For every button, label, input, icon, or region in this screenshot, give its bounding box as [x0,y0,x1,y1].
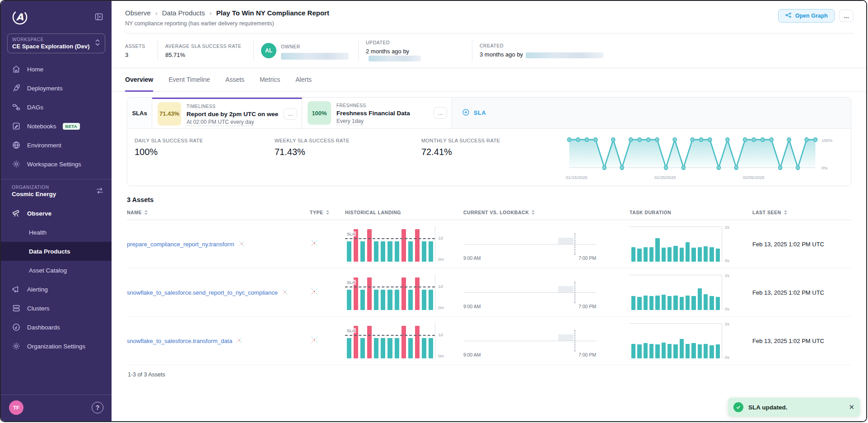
tab-alerts[interactable]: Alerts [295,68,312,92]
home-icon [12,65,21,74]
sidebar-item-clusters[interactable]: Clusters [1,299,112,318]
stat-updated: UPDATED 2 months ago by [358,40,472,61]
sidebar-item-label: Asset Catalog [29,267,67,274]
current-vs-lookback-chart: 9:00 AM 7:00 PM [463,323,599,358]
toast-message: SLA updated. [748,404,844,411]
asset-name-cell: snowflake_to_salesforce.transform_data [127,337,310,345]
airflow-icon [238,240,245,249]
sidebar-item-home[interactable]: Home [1,60,112,79]
sidebar-item-notebooks[interactable]: Notebooks BETA [1,117,112,136]
tab-overview[interactable]: Overview [125,68,153,92]
airflow-icon [310,287,319,296]
sidebar-item-dags[interactable]: DAGs [1,98,112,117]
tab-event-timeline[interactable]: Event Timeline [168,68,210,92]
column-header-historical-landing: HISTORICAL LANDING [345,210,463,215]
airflow-icon [281,288,289,296]
add-sla-button[interactable]: SLA [462,108,486,118]
asset-link[interactable]: snowflake_to_salesforce.send_report_to_n… [127,289,278,296]
success-check-icon [733,402,743,412]
telescope-icon [12,209,21,218]
breadcrumb-observe[interactable]: Observe [125,9,151,17]
organization-name: Cosmic Energy [12,191,56,197]
sidebar-item-workspace-settings[interactable]: Workspace Settings [1,155,112,174]
sidebar-item-dashboards[interactable]: Dashboards [1,318,112,337]
sla-schedule: Every 1day [336,118,364,125]
breadcrumb-data-products[interactable]: Data Products [162,9,205,17]
chevron-right-icon: › [210,9,212,17]
assets-table-header: NAME TYPE HISTORICAL LANDING CURRENT VS.… [127,210,851,220]
lookback-window-block [558,334,574,341]
sla-schedule: At 02:00 PM UTC every day [187,119,254,126]
column-header-name[interactable]: NAME [127,210,310,215]
sla-panel: SLAs 71.43% TIMELINESS Report due by 2pm… [127,97,851,186]
more-options-button[interactable]: ... [839,9,854,22]
organization-label: ORGANIZATION [12,185,56,190]
column-header-type[interactable]: TYPE [310,210,345,215]
close-icon[interactable]: ✕ [849,403,854,411]
sla-card-timeliness[interactable]: 71.43% TIMELINESS Report due by 2pm UTC … [152,98,302,128]
open-graph-button[interactable]: Open Graph [778,9,835,23]
asset-link[interactable]: prepare_compliance_report_ny.transform [127,241,234,248]
sidebar-item-label: Alerting [27,286,48,293]
airflow-icon [281,288,289,297]
sidebar-item-organization-settings[interactable]: Organization Settings [1,337,112,356]
beta-badge: BETA [63,123,80,130]
sla-card-more-button[interactable]: ... [284,108,297,120]
collapse-sidebar-button[interactable] [94,12,103,23]
historical-landing-chart: SLA 1d 0m [345,226,463,262]
sla-threshold-line [345,335,435,336]
table-row: snowflake_to_salesforce.transform_data S… [127,317,851,365]
toast-notification: SLA updated. ✕ [728,398,860,417]
stat-created: CREATED 3 months ago by [472,40,853,61]
user-avatar[interactable]: TF [9,400,23,415]
sla-name: Freshness Financial Data [336,110,428,117]
stat-owner: AL OWNER [253,40,358,61]
airflow-icon [238,240,245,247]
sparkline-plot [566,135,819,173]
owner-avatar: AL [261,43,276,58]
column-header-task-duration: TASK DURATION [630,210,752,215]
sparkline-x-axis: 01/15/2025 01/25/2025 02/05/2025 [566,175,819,181]
sidebar-item-environment[interactable]: Environment [1,136,112,155]
tab-assets[interactable]: Assets [225,68,244,92]
current-vs-lookback-chart: 9:00 AM 7:00 PM [463,275,599,310]
sla-threshold-line [345,238,435,239]
table-row: snowflake_to_salesforce.send_report_to_n… [127,268,851,317]
workspace-selector[interactable]: WORKSPACE CE Space Exploration (Dev) [7,33,105,53]
airflow-icon [310,335,319,344]
gear-icon [12,342,21,351]
table-row: prepare_compliance_report_ny.transform S… [127,220,851,268]
task-duration-chart: 2s 0s [630,323,752,358]
current-time-marker [574,282,575,303]
sla-kind-label: FRESHNESS [336,103,366,108]
stat-assets: ASSETS 3 [125,40,158,61]
tab-metrics[interactable]: Metrics [260,68,280,92]
globe-icon [12,141,21,150]
sidebar-item-health[interactable]: Health [1,223,112,242]
sidebar-item-deployments[interactable]: Deployments [1,79,112,98]
sla-card-freshness[interactable]: 100% FRESHNESS Freshness Financial Data … [302,98,452,128]
current-vs-lookback-chart: 9:00 AM 7:00 PM [463,226,599,262]
sidebar-item-observe[interactable]: Observe [1,204,112,223]
sidebar-item-asset-catalog[interactable]: Asset Catalog [1,261,112,280]
asset-link[interactable]: snowflake_to_salesforce.transform_data [127,338,232,344]
monthly-sla-rate: MONTHLY SLA SUCCESS RATE 72.41% [421,135,566,182]
column-header-last-seen[interactable]: LAST SEEN [752,210,851,215]
sidebar-item-label: Data Products [29,248,70,255]
stat-avg-sla: AVERAGE SLA SUCCESS RATE 85.71% [158,40,253,61]
help-button[interactable]: ? [92,402,103,414]
stats-bar: ASSETS 3 AVERAGE SLA SUCCESS RATE 85.71%… [112,33,866,68]
asset-type-cell [310,287,345,298]
sort-icon [326,210,330,215]
sidebar-item-label: DAGs [27,104,43,111]
column-header-current-vs-lookback[interactable]: CURRENT VS. LOOKBACK [463,210,630,215]
sidebar-item-alerting[interactable]: Alerting [1,280,112,299]
sidebar-item-label: Clusters [27,305,50,312]
current-time-marker [574,233,575,255]
sla-card-more-button[interactable]: ... [434,107,447,119]
sla-section-title: SLAs [127,98,152,128]
main-content: Observe › Data Products › Play To Win NY… [112,1,866,421]
sidebar-item-label: Health [29,229,47,236]
sidebar-item-data-products[interactable]: Data Products [1,242,112,261]
switch-organization-button[interactable] [95,186,104,197]
